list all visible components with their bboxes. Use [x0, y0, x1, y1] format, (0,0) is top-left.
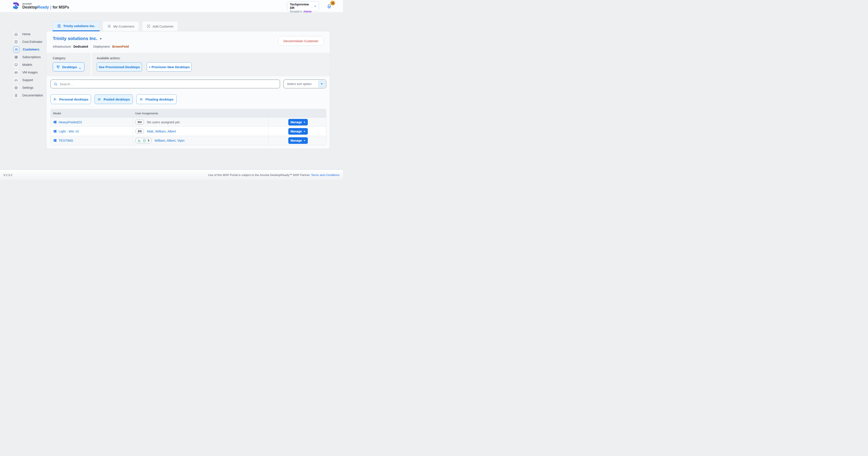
available-actions-label: Available actions: — [97, 56, 121, 60]
manage-button[interactable]: Manage — [288, 137, 308, 144]
add-customer-icon — [147, 24, 151, 28]
monitor-icon — [13, 62, 19, 68]
sidebar-item-label: Documentation — [22, 94, 43, 97]
user-link[interactable]: Matt — [147, 129, 153, 133]
list-icon — [107, 24, 111, 28]
tenant-selector[interactable]: Techpreview DR Srinaath A Admin — [287, 1, 319, 11]
caret-down-icon — [303, 121, 306, 123]
sidebar-item-label: VM images — [22, 71, 38, 74]
user-link[interactable]: Albert — [167, 129, 176, 133]
windows-icon — [53, 139, 57, 142]
assignment-badge: 3/5 — [135, 129, 144, 134]
models-table: Model User Assignments HeavyPooled230/2N… — [51, 109, 327, 145]
sidebar-item-label: Support — [22, 78, 33, 82]
windows-icon — [53, 129, 57, 133]
manage-button[interactable]: Manage — [288, 119, 308, 126]
decommission-customer-button[interactable]: Decommision Customer — [278, 36, 323, 45]
table-body: HeavyPooled230/2No users assigned yet.Ma… — [51, 118, 326, 145]
caret-down-icon — [303, 131, 306, 132]
tab-trinity-solutions[interactable]: Trinity solutions Inc. — [53, 21, 100, 31]
tab-add-customer[interactable]: Add Customer — [142, 21, 178, 31]
people-icon — [140, 97, 143, 101]
customer-title-dropdown[interactable]: Trinity solutions Inc. — [53, 36, 102, 41]
sidebar-item-cost-estimator[interactable]: Cost Estimator — [13, 38, 43, 45]
customer-tabs: Trinity solutions Inc. My Customers Add … — [53, 21, 178, 31]
page-title: Trinity solutions Inc. — [53, 36, 97, 41]
sidebar-item-label: Cost Estimator — [22, 40, 42, 43]
filter-floating-desktops[interactable]: Floating desktops — [136, 94, 177, 104]
filter-pooled-desktops[interactable]: Pooled desktops — [94, 94, 133, 104]
sidebar-item-models[interactable]: Models — [13, 61, 43, 68]
sidebar-item-label: Models — [22, 63, 32, 66]
sidebar-item-subscriptions[interactable]: Subscriptions — [13, 54, 43, 60]
users-icon — [13, 46, 20, 53]
assignment-count: 3 — [148, 139, 149, 142]
infrastructure-label: Infrastructure: — [53, 45, 71, 48]
action-cell: Manage — [269, 127, 326, 136]
notification-count-badge: 11 — [330, 1, 335, 5]
terms-and-conditions-link[interactable]: Terms and Conditions — [311, 173, 340, 176]
see-provisioned-desktops-button[interactable]: See Provisioned Desktops — [97, 62, 142, 71]
model-link[interactable]: HeavyPooled23 — [59, 120, 82, 124]
deployment-value: BrownField — [112, 45, 129, 48]
model-cell: TESTIMG — [51, 136, 133, 145]
user-assignments-cell: 3/5Matt, William, Albert — [133, 127, 269, 136]
model-link[interactable]: TESTIMG — [59, 139, 73, 142]
customer-detail-card: Trinity solutions Inc. Decommision Custo… — [46, 31, 330, 149]
filter-personal-desktops[interactable]: Personal desktops — [51, 94, 91, 104]
harddrive-icon — [13, 69, 19, 75]
chart-line-icon — [137, 139, 141, 142]
windows-icon — [53, 120, 57, 124]
brand-top-text: anunta® — [22, 3, 69, 5]
chevron-down-icon — [314, 5, 316, 7]
sort-caret-button[interactable] — [318, 81, 325, 88]
user-assignments-cell: 3William, Albert, Vipin — [133, 136, 269, 145]
user-link[interactable]: Vipin — [177, 139, 184, 142]
brand-main-text: DesktopReady|for MSPs — [22, 5, 69, 9]
category-actions-strip: Category: Desktops Available actions: Se… — [46, 53, 330, 76]
assignment-badge: 3 — [135, 138, 152, 143]
tenant-name: Techpreview DR — [290, 3, 312, 10]
assigned-users-list: Matt, William, Albert — [147, 129, 176, 133]
model-cell: HeavyPooled23 — [51, 118, 133, 127]
sidebar-item-vm-images[interactable]: VM images — [13, 69, 43, 76]
user-link[interactable]: William — [155, 129, 165, 133]
table-row: TESTIMG3William, Albert, VipinManage — [51, 136, 326, 145]
sidebar-item-customers[interactable]: Customers — [13, 46, 43, 53]
user-link[interactable]: Albert — [167, 139, 175, 142]
caret-down-icon — [320, 83, 323, 85]
document-icon — [13, 93, 19, 98]
calculator-icon — [13, 39, 19, 45]
manage-button[interactable]: Manage — [288, 128, 308, 135]
gear-icon — [13, 85, 19, 91]
column-header-model: Model — [51, 112, 133, 115]
tab-my-customers[interactable]: My Customers — [102, 21, 139, 31]
user-link[interactable]: William — [155, 139, 165, 142]
sort-select[interactable]: Select sort option — [283, 79, 326, 88]
desktop-icon — [56, 65, 60, 69]
sidebar-item-support[interactable]: Support — [13, 77, 43, 83]
sidebar-item-documentation[interactable]: Documentation — [13, 92, 43, 99]
sidebar-item-settings[interactable]: Settings — [13, 85, 43, 91]
infrastructure-value: Dedicated — [73, 45, 88, 48]
sidebar-item-label: Customers — [23, 48, 39, 51]
model-link[interactable]: Light - Win 10 — [59, 129, 79, 133]
brand: anunta® DesktopReady|for MSPs — [12, 2, 69, 10]
assignment-count: 0/2 — [137, 121, 142, 124]
sidebar-item-label: Subscriptions — [22, 55, 41, 59]
server-stack-icon — [13, 54, 19, 60]
footer-bar: V.2.3.2 Use of this MSP Portal is subjec… — [0, 169, 343, 180]
sidebar-item-home[interactable]: Home — [13, 31, 43, 37]
search-input[interactable] — [60, 82, 277, 86]
provision-new-desktops-button[interactable]: + Provision New Desktops — [147, 62, 192, 71]
desktop-type-filters: Personal desktops Pooled desktops Floati… — [51, 94, 177, 104]
category-select-button[interactable]: Desktops — [53, 62, 85, 71]
assignment-badge: 0/2 — [135, 120, 144, 125]
msp-portal-screen: anunta® DesktopReady|for MSPs Techprevie… — [0, 0, 343, 180]
home-icon — [13, 31, 19, 37]
available-actions-panel: Available actions: See Provisioned Deskt… — [92, 53, 330, 76]
top-header-bar: anunta® DesktopReady|for MSPs Techprevie… — [0, 0, 343, 12]
table-row: Light - Win 103/5Matt, William, AlbertMa… — [51, 127, 326, 136]
table-row: HeavyPooled230/2No users assigned yet.Ma… — [51, 118, 326, 127]
tenant-user: Srinaath A — [290, 10, 302, 13]
